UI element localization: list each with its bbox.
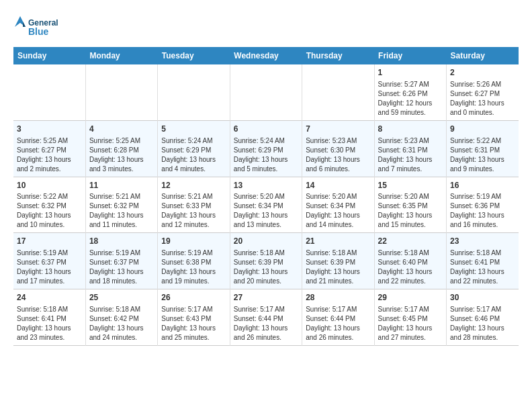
day-info: Sunrise: 5:17 AM xyxy=(161,305,226,314)
week-row-5: 24Sunrise: 5:18 AMSunset: 6:41 PMDayligh… xyxy=(13,289,519,346)
week-row-1: 1Sunrise: 5:27 AMSunset: 6:26 PMDaylight… xyxy=(13,64,519,120)
day-info: Daylight: 13 hours and 22 minutes. xyxy=(378,267,443,286)
day-number: 23 xyxy=(450,236,515,247)
day-info: Sunset: 6:29 PM xyxy=(234,146,298,155)
day-info: Sunset: 6:46 PM xyxy=(450,314,515,324)
day-info: Daylight: 13 hours and 23 minutes. xyxy=(17,324,82,342)
day-info: Sunset: 6:27 PM xyxy=(450,89,515,99)
day-number: 11 xyxy=(89,180,154,191)
calendar-body: 1Sunrise: 5:27 AMSunset: 6:26 PMDaylight… xyxy=(13,64,519,345)
day-number: 29 xyxy=(378,292,443,304)
day-info: Daylight: 13 hours and 17 minutes. xyxy=(17,267,82,286)
day-cell: 30Sunrise: 5:17 AMSunset: 6:46 PMDayligh… xyxy=(447,289,519,346)
day-cell: 1Sunrise: 5:27 AMSunset: 6:26 PMDaylight… xyxy=(374,64,446,120)
day-info: Daylight: 13 hours and 16 minutes. xyxy=(450,211,515,230)
day-info: Sunrise: 5:22 AM xyxy=(450,136,515,146)
day-cell: 29Sunrise: 5:17 AMSunset: 6:45 PMDayligh… xyxy=(374,289,446,346)
day-info: Daylight: 13 hours and 25 minutes. xyxy=(161,324,226,342)
day-info: Sunrise: 5:17 AM xyxy=(450,305,515,314)
day-cell xyxy=(158,64,230,120)
calendar-table: SundayMondayTuesdayWednesdayThursdayFrid… xyxy=(13,47,519,346)
day-info: Sunrise: 5:18 AM xyxy=(17,305,82,314)
day-info: Sunrise: 5:24 AM xyxy=(234,136,298,146)
logo-svg: General Blue xyxy=(13,13,67,40)
day-cell: 16Sunrise: 5:19 AMSunset: 6:36 PMDayligh… xyxy=(447,177,519,233)
day-number: 22 xyxy=(378,236,443,247)
day-number: 8 xyxy=(378,124,443,135)
day-info: Sunrise: 5:20 AM xyxy=(234,192,298,201)
day-info: Sunrise: 5:17 AM xyxy=(234,305,298,314)
day-info: Sunrise: 5:21 AM xyxy=(89,192,154,201)
day-cell: 4Sunrise: 5:25 AMSunset: 6:28 PMDaylight… xyxy=(85,120,157,177)
day-number: 19 xyxy=(161,236,226,247)
day-header-monday: Monday xyxy=(85,47,157,64)
page-header: General Blue xyxy=(13,13,519,40)
day-number: 5 xyxy=(161,124,226,135)
day-cell: 5Sunrise: 5:24 AMSunset: 6:29 PMDaylight… xyxy=(158,120,230,177)
day-info: Sunset: 6:33 PM xyxy=(161,201,226,211)
day-info: Sunrise: 5:19 AM xyxy=(161,248,226,258)
day-info: Sunset: 6:38 PM xyxy=(161,258,226,267)
day-number: 9 xyxy=(450,124,515,135)
day-info: Sunset: 6:30 PM xyxy=(306,146,370,155)
day-info: Daylight: 13 hours and 20 minutes. xyxy=(234,267,298,286)
day-cell: 22Sunrise: 5:18 AMSunset: 6:40 PMDayligh… xyxy=(374,233,446,289)
day-info: Daylight: 13 hours and 21 minutes. xyxy=(306,267,370,286)
day-info: Sunset: 6:29 PM xyxy=(161,146,226,155)
day-cell: 8Sunrise: 5:23 AMSunset: 6:31 PMDaylight… xyxy=(374,120,446,177)
svg-text:Blue: Blue xyxy=(28,26,49,37)
day-info: Daylight: 13 hours and 18 minutes. xyxy=(89,267,154,286)
week-row-4: 17Sunrise: 5:19 AMSunset: 6:37 PMDayligh… xyxy=(13,233,519,289)
day-info: Sunrise: 5:20 AM xyxy=(378,192,443,201)
day-number: 12 xyxy=(161,180,226,191)
day-number: 16 xyxy=(450,180,515,191)
day-number: 27 xyxy=(234,292,298,304)
day-info: Daylight: 13 hours and 14 minutes. xyxy=(306,211,370,230)
day-number: 28 xyxy=(306,292,370,304)
day-info: Sunset: 6:45 PM xyxy=(378,314,443,324)
logo: General Blue xyxy=(13,13,67,40)
day-info: Sunrise: 5:25 AM xyxy=(17,136,82,146)
day-info: Sunrise: 5:20 AM xyxy=(306,192,370,201)
day-number: 15 xyxy=(378,180,443,191)
day-info: Daylight: 13 hours and 26 minutes. xyxy=(306,324,370,342)
day-cell: 11Sunrise: 5:21 AMSunset: 6:32 PMDayligh… xyxy=(85,177,157,233)
day-info: Sunset: 6:39 PM xyxy=(234,258,298,267)
day-info: Sunrise: 5:19 AM xyxy=(17,248,82,258)
day-number: 2 xyxy=(450,67,515,79)
day-info: Sunset: 6:37 PM xyxy=(89,258,154,267)
day-info: Daylight: 13 hours and 10 minutes. xyxy=(17,211,82,230)
day-cell: 17Sunrise: 5:19 AMSunset: 6:37 PMDayligh… xyxy=(13,233,85,289)
day-info: Daylight: 13 hours and 2 minutes. xyxy=(17,155,82,174)
day-info: Sunrise: 5:19 AM xyxy=(450,192,515,201)
day-number: 6 xyxy=(234,124,298,135)
day-info: Sunrise: 5:17 AM xyxy=(378,305,443,314)
day-number: 20 xyxy=(234,236,298,247)
day-cell xyxy=(85,64,157,120)
day-info: Daylight: 13 hours and 6 minutes. xyxy=(306,155,370,174)
day-info: Sunrise: 5:22 AM xyxy=(17,192,82,201)
calendar-header: SundayMondayTuesdayWednesdayThursdayFrid… xyxy=(13,47,519,64)
day-info: Sunset: 6:35 PM xyxy=(378,201,443,211)
day-info: Sunrise: 5:25 AM xyxy=(89,136,154,146)
day-cell: 3Sunrise: 5:25 AMSunset: 6:27 PMDaylight… xyxy=(13,120,85,177)
day-cell: 2Sunrise: 5:26 AMSunset: 6:27 PMDaylight… xyxy=(447,64,519,120)
day-header-sunday: Sunday xyxy=(13,47,85,64)
day-number: 17 xyxy=(17,236,82,247)
day-header-friday: Friday xyxy=(374,47,446,64)
day-info: Daylight: 13 hours and 19 minutes. xyxy=(161,267,226,286)
day-cell: 9Sunrise: 5:22 AMSunset: 6:31 PMDaylight… xyxy=(447,120,519,177)
day-header-wednesday: Wednesday xyxy=(230,47,302,64)
day-info: Sunset: 6:32 PM xyxy=(89,201,154,211)
day-info: Sunset: 6:40 PM xyxy=(378,258,443,267)
day-info: Sunrise: 5:23 AM xyxy=(306,136,370,146)
day-info: Sunrise: 5:21 AM xyxy=(161,192,226,201)
day-cell: 10Sunrise: 5:22 AMSunset: 6:32 PMDayligh… xyxy=(13,177,85,233)
day-info: Sunset: 6:41 PM xyxy=(450,258,515,267)
day-info: Sunset: 6:37 PM xyxy=(17,258,82,267)
day-info: Daylight: 13 hours and 9 minutes. xyxy=(450,155,515,174)
day-cell: 18Sunrise: 5:19 AMSunset: 6:37 PMDayligh… xyxy=(85,233,157,289)
day-number: 1 xyxy=(378,67,443,79)
day-info: Daylight: 13 hours and 5 minutes. xyxy=(234,155,298,174)
day-info: Sunrise: 5:17 AM xyxy=(306,305,370,314)
